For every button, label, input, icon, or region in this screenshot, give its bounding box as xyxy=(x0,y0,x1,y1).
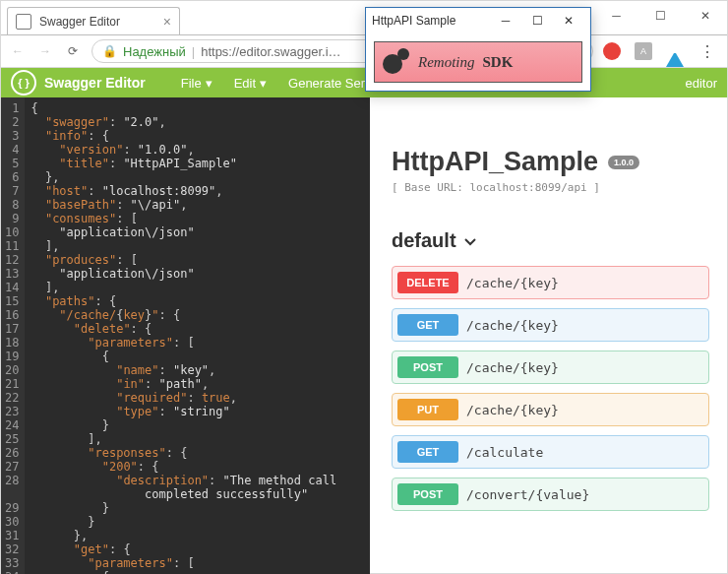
menu-edit[interactable]: Edit ▾ xyxy=(234,76,267,91)
remoting-sdk-banner: Remoting SDK xyxy=(374,41,582,83)
forward-button[interactable]: → xyxy=(36,42,54,60)
api-base-url: [ Base URL: localhost:8099/api ] xyxy=(392,181,709,194)
tab-favicon xyxy=(16,14,31,30)
pdf-extension-icon[interactable]: A xyxy=(635,42,652,60)
gears-icon xyxy=(383,48,410,76)
operation-row[interactable]: POST/convert/{value} xyxy=(392,478,709,511)
chevron-down-icon: ▾ xyxy=(206,76,212,91)
operation-row[interactable]: GET/calculate xyxy=(392,435,709,469)
operation-row[interactable]: GET/cache/{key} xyxy=(392,308,709,342)
sample-window: HttpAPI Sample ─ ☐ ✕ Remoting SDK xyxy=(365,7,591,92)
sdk-label-1: Remoting xyxy=(418,54,475,71)
docs-panel: HttpAPI_Sample 1.0.0 [ Base URL: localho… xyxy=(370,97,727,574)
http-method-badge: POST xyxy=(397,483,458,505)
swagger-toolbar: { } Swagger Editor File ▾ Edit ▾ Generat… xyxy=(1,68,727,97)
lock-icon: 🔒 xyxy=(102,44,117,58)
browser-maximize-button[interactable]: ☐ xyxy=(638,1,683,31)
browser-toolbar: ← → ⟳ 🔒 Надежный | https://editor.swagge… xyxy=(1,34,727,68)
operation-path: /cache/{key} xyxy=(466,276,559,290)
sample-window-title: HttpAPI Sample xyxy=(372,14,490,28)
editor-gutter: 1234567891011121314151617181920212223242… xyxy=(1,97,25,574)
browser-tab[interactable]: Swagger Editor × xyxy=(7,7,180,34)
chevron-down-icon xyxy=(462,233,478,249)
operation-path: /convert/{value} xyxy=(466,487,589,502)
http-method-badge: POST xyxy=(397,356,458,378)
secure-label: Надежный xyxy=(123,44,186,59)
sample-close-button[interactable]: ✕ xyxy=(553,14,584,28)
reload-button[interactable]: ⟳ xyxy=(64,42,82,60)
swagger-brand-label: Swagger Editor xyxy=(44,75,146,91)
operation-row[interactable]: DELETE/cache/{key} xyxy=(392,266,709,299)
browser-close-button[interactable]: ✕ xyxy=(683,1,727,31)
operation-row[interactable]: PUT/cache/{key} xyxy=(392,393,709,426)
opera-extension-icon[interactable] xyxy=(603,42,621,60)
chevron-down-icon: ▾ xyxy=(260,76,267,91)
tab-title: Swagger Editor xyxy=(39,15,155,29)
section-toggle[interactable]: default xyxy=(392,229,709,252)
http-method-badge: PUT xyxy=(397,399,458,420)
swagger-logo-icon: { } xyxy=(11,70,36,96)
api-version-badge: 1.0.0 xyxy=(608,156,639,169)
triangle-extension-icon[interactable] xyxy=(666,42,684,60)
back-button[interactable]: ← xyxy=(9,42,27,60)
http-method-badge: GET xyxy=(397,441,458,463)
url-text: https://editor.swagger.i… xyxy=(201,44,340,59)
sdk-label-2: SDK xyxy=(483,54,514,71)
section-label: default xyxy=(392,229,456,252)
operation-path: /cache/{key} xyxy=(466,318,559,333)
extension-icons: A ⋮ xyxy=(603,42,719,60)
sample-maximize-button[interactable]: ☐ xyxy=(521,14,553,28)
api-title: HttpAPI_Sample xyxy=(392,147,598,177)
browser-minimize-button[interactable]: ─ xyxy=(594,1,638,31)
sample-minimize-button[interactable]: ─ xyxy=(490,14,521,28)
sample-titlebar[interactable]: HttpAPI Sample ─ ☐ ✕ xyxy=(366,8,590,33)
code-editor[interactable]: 1234567891011121314151617181920212223242… xyxy=(1,97,370,574)
swagger-brand[interactable]: { } Swagger Editor xyxy=(11,70,146,96)
http-method-badge: GET xyxy=(397,314,458,336)
menu-file[interactable]: File ▾ xyxy=(181,76,212,91)
operation-row[interactable]: POST/cache/{key} xyxy=(392,351,709,384)
editor-source[interactable]: { "swagger": "2.0", "info": { "version":… xyxy=(25,97,342,574)
browser-window-controls: ─ ☐ ✕ xyxy=(594,1,727,31)
operation-path: /cache/{key} xyxy=(466,403,559,417)
http-method-badge: DELETE xyxy=(397,272,458,293)
toolbar-right-link[interactable]: editor xyxy=(685,76,717,91)
tab-close-icon[interactable]: × xyxy=(163,14,171,30)
operation-path: /cache/{key} xyxy=(466,360,559,375)
browser-menu-button[interactable]: ⋮ xyxy=(698,42,715,60)
operation-path: /calculate xyxy=(466,445,543,460)
